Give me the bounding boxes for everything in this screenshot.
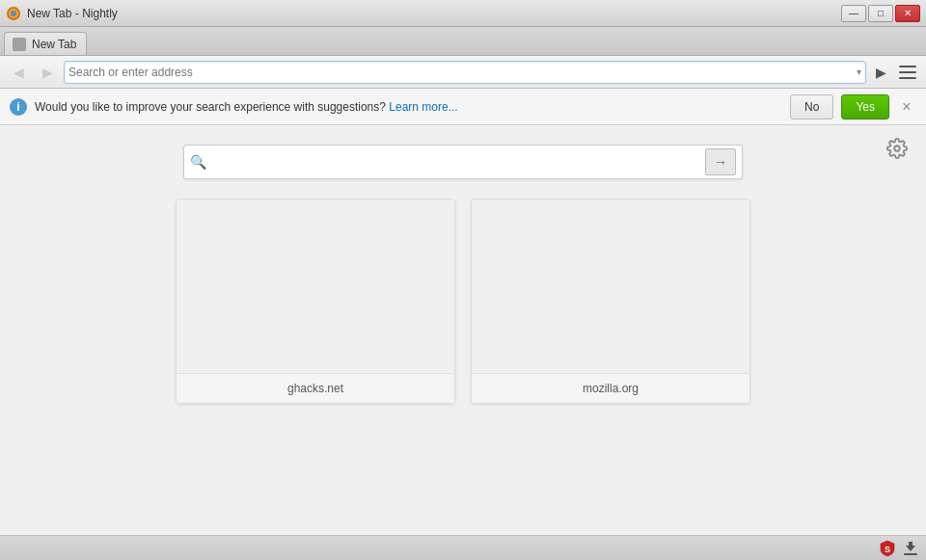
settings-gear-button[interactable] — [884, 135, 911, 162]
notification-bar: i Would you like to improve your search … — [0, 89, 926, 125]
thumbnail-card-mozilla[interactable]: mozilla.org — [471, 199, 750, 404]
title-bar-left: New Tab - Nightly — [6, 6, 118, 21]
window-title: New Tab - Nightly — [27, 7, 118, 20]
notification-message: Would you like to improve your search ex… — [35, 100, 782, 114]
thumbnail-label-ghacks: ghacks.net — [177, 373, 454, 403]
notification-info-icon: i — [10, 98, 27, 116]
nav-go-button[interactable]: ▶ — [870, 62, 891, 83]
gear-icon — [886, 138, 908, 159]
svg-point-3 — [894, 146, 900, 151]
notification-yes-button[interactable]: Yes — [841, 94, 889, 120]
hamburger-line-1 — [899, 66, 916, 67]
hamburger-line-3 — [899, 77, 916, 79]
status-bar: S — [0, 535, 926, 560]
shield-icon-status[interactable]: S — [878, 539, 897, 558]
back-button[interactable]: ◀ — [6, 60, 31, 85]
thumbnail-label-mozilla: mozilla.org — [472, 373, 749, 403]
shield-icon: S — [879, 540, 896, 557]
tab-bar: New Tab — [0, 27, 926, 56]
notification-no-button[interactable]: No — [790, 94, 833, 120]
svg-rect-5 — [904, 553, 917, 555]
forward-button[interactable]: ▶ — [35, 60, 60, 85]
download-icon-status[interactable] — [901, 539, 920, 558]
search-icon: 🔍 — [190, 154, 206, 170]
main-content: 🔍 → ghacks.net mozilla.org — [0, 125, 926, 535]
svg-point-2 — [11, 11, 16, 16]
svg-marker-6 — [906, 542, 915, 551]
close-button[interactable]: ✕ — [895, 5, 920, 22]
firefox-icon — [6, 6, 21, 21]
search-input[interactable] — [212, 154, 705, 170]
address-bar-controls: ▾ — [857, 67, 861, 77]
address-bar-wrapper[interactable]: ▾ — [64, 61, 866, 84]
nav-bar: ◀ ▶ ▾ ▶ — [0, 56, 926, 89]
tab-favicon — [13, 38, 26, 51]
tab-new-tab[interactable]: New Tab — [4, 32, 87, 55]
download-icon — [902, 540, 919, 557]
address-dropdown-icon[interactable]: ▾ — [857, 67, 861, 77]
menu-button[interactable] — [895, 60, 920, 85]
minimize-button[interactable]: — — [841, 5, 866, 22]
learn-more-link[interactable]: Learn more... — [389, 100, 457, 114]
svg-text:S: S — [885, 545, 890, 554]
thumbnail-preview-ghacks — [177, 200, 454, 373]
maximize-button[interactable]: □ — [868, 5, 893, 22]
thumbnail-preview-mozilla — [472, 200, 749, 373]
hamburger-line-2 — [899, 71, 916, 73]
address-input[interactable] — [68, 66, 857, 79]
search-bar[interactable]: 🔍 → — [183, 145, 743, 179]
title-bar-buttons: — □ ✕ — [841, 5, 920, 22]
notification-close-button[interactable]: × — [897, 97, 916, 117]
tab-label: New Tab — [32, 38, 76, 51]
title-bar: New Tab - Nightly — □ ✕ — [0, 0, 926, 27]
thumbnail-card-ghacks[interactable]: ghacks.net — [176, 199, 455, 404]
search-go-button[interactable]: → — [705, 148, 736, 175]
thumbnails-grid: ghacks.net mozilla.org — [176, 199, 750, 404]
